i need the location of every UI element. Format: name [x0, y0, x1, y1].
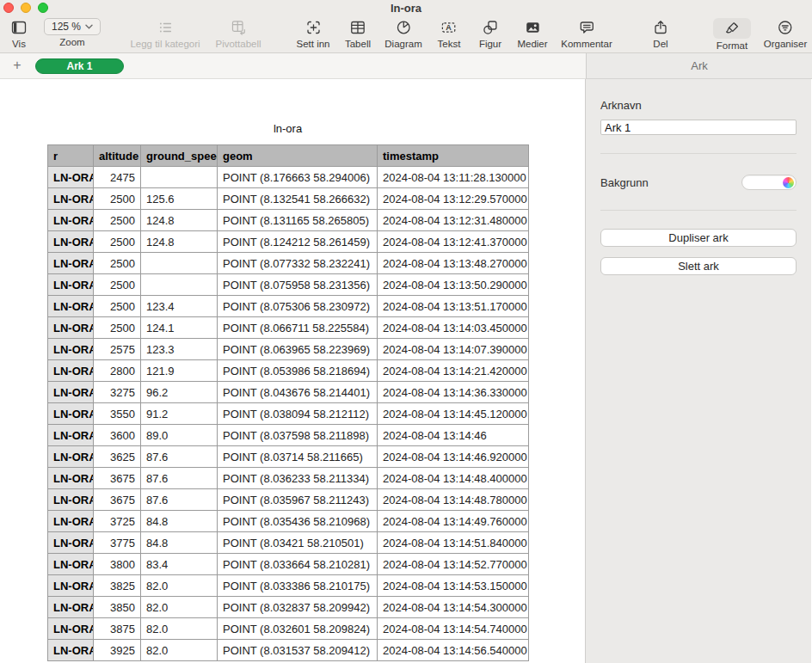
cell[interactable]: 2500 — [94, 274, 141, 296]
cell[interactable]: 3600 — [94, 425, 141, 446]
cell[interactable]: 3675 — [94, 489, 141, 511]
toolbar-item-organiser[interactable]: Organiser — [764, 18, 808, 49]
cell[interactable]: 2024-08-04 13:12:41.370000 — [378, 231, 529, 253]
cell[interactable]: 2024-08-04 13:14:36.330000 — [378, 382, 529, 403]
sheet-name-input[interactable] — [600, 120, 797, 135]
cell[interactable]: 82.0 — [141, 640, 218, 661]
row-header-cell[interactable]: LN-ORA — [48, 532, 94, 554]
cell[interactable]: 3775 — [94, 532, 141, 554]
row-header-cell[interactable]: LN-ORA — [48, 511, 94, 532]
row-header-cell[interactable]: LN-ORA — [48, 618, 94, 640]
delete-sheet-button[interactable]: Slett ark — [600, 257, 797, 275]
cell[interactable]: 2024-08-04 13:11:28.130000 — [378, 167, 529, 188]
toolbar-item-tabell[interactable]: Tabell — [345, 18, 371, 49]
cell[interactable]: 123.4 — [141, 296, 218, 317]
row-header-cell[interactable]: LN-ORA — [48, 360, 94, 382]
cell[interactable]: POINT (8.036233 58.211334) — [218, 468, 378, 489]
cell[interactable]: 2500 — [94, 296, 141, 317]
cell[interactable]: 84.8 — [141, 532, 218, 554]
cell[interactable]: 2575 — [94, 339, 141, 360]
column-header-altitude[interactable]: altitude — [94, 145, 141, 167]
cell[interactable]: POINT (8.03421 58.210501) — [218, 532, 378, 554]
color-wheel-icon[interactable] — [783, 177, 794, 188]
cell[interactable]: 121.9 — [141, 360, 218, 382]
row-header-cell[interactable]: LN-ORA — [48, 210, 94, 231]
cell[interactable]: 2024-08-04 13:14:48.780000 — [378, 489, 529, 511]
cell[interactable]: POINT (8.131165 58.265805) — [218, 210, 378, 231]
cell[interactable]: 2800 — [94, 360, 141, 382]
row-header-cell[interactable]: LN-ORA — [48, 597, 94, 618]
row-header-cell[interactable]: LN-ORA — [48, 640, 94, 661]
toolbar-item-diagram[interactable]: Diagram — [384, 18, 421, 49]
cell[interactable]: 123.3 — [141, 339, 218, 360]
cell[interactable]: POINT (8.063965 58.223969) — [218, 339, 378, 360]
cell[interactable]: 87.6 — [141, 489, 218, 511]
cell[interactable]: 2024-08-04 13:14:46 — [378, 425, 529, 446]
cell[interactable]: 87.6 — [141, 468, 218, 489]
cell[interactable]: 2500 — [94, 231, 141, 253]
cell[interactable]: POINT (8.035967 58.211243) — [218, 489, 378, 511]
cell[interactable]: 124.8 — [141, 210, 218, 231]
cell[interactable]: 2024-08-04 13:12:29.570000 — [378, 188, 529, 210]
cell[interactable]: POINT (8.035436 58.210968) — [218, 511, 378, 532]
toolbar-item-del[interactable]: Del — [652, 18, 669, 49]
cell[interactable]: 2024-08-04 13:13:48.270000 — [378, 253, 529, 274]
cell[interactable]: 96.2 — [141, 382, 218, 403]
cell[interactable]: POINT (8.077332 58.232241) — [218, 253, 378, 274]
row-header-cell[interactable]: LN-ORA — [48, 489, 94, 511]
cell[interactable]: 2024-08-04 13:14:03.450000 — [378, 317, 529, 339]
cell[interactable]: 3725 — [94, 511, 141, 532]
cell[interactable]: POINT (8.033386 58.210175) — [218, 575, 378, 597]
cell[interactable]: POINT (8.032837 58.209942) — [218, 597, 378, 618]
cell[interactable]: 125.6 — [141, 188, 218, 210]
cell[interactable]: 124.8 — [141, 231, 218, 253]
cell[interactable]: 2024-08-04 13:14:51.840000 — [378, 532, 529, 554]
cell[interactable]: 3925 — [94, 640, 141, 661]
cell[interactable]: POINT (8.032601 58.209824) — [218, 618, 378, 640]
background-color-well[interactable] — [741, 175, 797, 190]
toolbar-item-medier[interactable]: Medier — [517, 18, 547, 49]
cell[interactable]: 3850 — [94, 597, 141, 618]
cell[interactable]: 2500 — [94, 210, 141, 231]
row-header-cell[interactable]: LN-ORA — [48, 554, 94, 575]
cell[interactable]: 3550 — [94, 403, 141, 425]
toolbar-item-kommentar[interactable]: Kommentar — [561, 18, 612, 49]
cell[interactable]: 2024-08-04 13:14:54.300000 — [378, 597, 529, 618]
row-header-cell[interactable]: LN-ORA — [48, 339, 94, 360]
column-header-timestamp[interactable]: timestamp — [378, 145, 529, 167]
cell[interactable]: POINT (8.124212 58.261459) — [218, 231, 378, 253]
column-header-r[interactable]: r — [48, 145, 94, 167]
row-header-cell[interactable]: LN-ORA — [48, 575, 94, 597]
cell[interactable]: POINT (8.037598 58.211898) — [218, 425, 378, 446]
cell[interactable]: 83.4 — [141, 554, 218, 575]
cell[interactable]: 84.8 — [141, 511, 218, 532]
cell[interactable]: 3675 — [94, 468, 141, 489]
toolbar-item-vis[interactable]: Vis — [10, 18, 28, 49]
cell[interactable]: 3275 — [94, 382, 141, 403]
cell[interactable]: 3875 — [94, 618, 141, 640]
cell[interactable]: POINT (8.031537 58.209412) — [218, 640, 378, 661]
cell[interactable]: POINT (8.066711 58.225584) — [218, 317, 378, 339]
cell[interactable]: POINT (8.03714 58.211665) — [218, 446, 378, 468]
toolbar-item-tekst[interactable]: A Tekst — [438, 18, 461, 49]
cell[interactable]: 2024-08-04 13:14:52.770000 — [378, 554, 529, 575]
row-header-cell[interactable]: LN-ORA — [48, 231, 94, 253]
toolbar-item-figur[interactable]: Figur — [479, 18, 501, 49]
cell[interactable]: 2024-08-04 13:14:56.540000 — [378, 640, 529, 661]
cell[interactable]: POINT (8.038094 58.212112) — [218, 403, 378, 425]
column-header-geom[interactable]: geom — [218, 145, 378, 167]
table-title[interactable]: ln-ora — [47, 122, 528, 135]
cell[interactable]: 2024-08-04 13:14:07.390000 — [378, 339, 529, 360]
row-header-cell[interactable]: LN-ORA — [48, 382, 94, 403]
row-header-cell[interactable]: LN-ORA — [48, 468, 94, 489]
cell[interactable]: 82.0 — [141, 597, 218, 618]
cell[interactable]: 82.0 — [141, 618, 218, 640]
cell[interactable]: 89.0 — [141, 425, 218, 446]
cell[interactable]: 2024-08-04 13:14:54.740000 — [378, 618, 529, 640]
cell[interactable]: 2024-08-04 13:13:51.170000 — [378, 296, 529, 317]
toolbar-item-format[interactable]: Format — [713, 18, 751, 51]
zoom-dropdown[interactable]: 125 % — [44, 18, 101, 35]
row-header-cell[interactable]: LN-ORA — [48, 296, 94, 317]
row-header-cell[interactable]: LN-ORA — [48, 425, 94, 446]
row-header-cell[interactable]: LN-ORA — [48, 403, 94, 425]
